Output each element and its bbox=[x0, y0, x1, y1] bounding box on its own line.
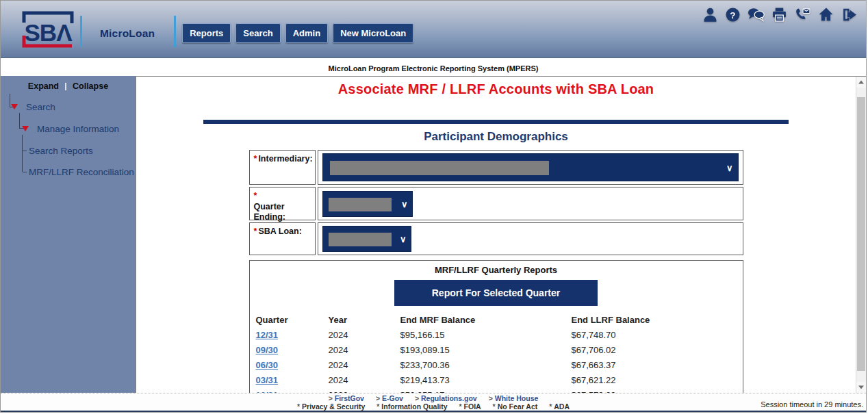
table-row-quarter-cell: 12/31 bbox=[256, 328, 329, 343]
tree-expand-arrow-search[interactable] bbox=[11, 104, 18, 109]
footer-policy-links: *Privacy & Security *Information Quality… bbox=[1, 403, 866, 411]
sidebar-item-search[interactable]: Search bbox=[26, 102, 55, 112]
chat-icon[interactable] bbox=[748, 7, 765, 23]
footer-link-foia[interactable]: *FOIA bbox=[459, 403, 481, 411]
tree-line bbox=[22, 135, 23, 172]
quarter-ending-select[interactable]: ∨ bbox=[322, 191, 413, 217]
table-row-quarter-cell: 06/30 bbox=[256, 358, 329, 373]
quarterly-reports-title: MRF/LLRF Quarterly Reports bbox=[250, 265, 743, 275]
nav-reports-button[interactable]: Reports bbox=[182, 23, 231, 43]
table-row-llrf-cell: $67,621.22 bbox=[572, 373, 743, 388]
section-title: Participant Demographics bbox=[136, 130, 856, 144]
quarter-ending-row: * Quarter Ending: ∨ bbox=[249, 187, 743, 220]
nav-search-button[interactable]: Search bbox=[235, 23, 280, 43]
quarter-ending-field-cell: ∨ bbox=[318, 187, 743, 220]
intermediary-field-cell: ∨ bbox=[318, 150, 743, 185]
quarterly-reports-panel: MRF/LLRF Quarterly Reports Report For Se… bbox=[249, 260, 743, 402]
tree-line bbox=[23, 172, 27, 172]
table-row-mrf-cell: $95,166.15 bbox=[400, 328, 572, 343]
table-row-llrf-cell: $67,706.02 bbox=[572, 343, 743, 358]
body: ExpandCollapse Search Manage Information… bbox=[1, 76, 866, 393]
table-row-mrf-cell: $233,700.36 bbox=[400, 358, 572, 373]
tree-line bbox=[23, 151, 27, 151]
vertical-scrollbar[interactable] bbox=[856, 77, 866, 393]
chevron-down-icon: ∨ bbox=[400, 235, 407, 244]
table-row-year-cell: 2024 bbox=[329, 328, 400, 343]
header-divider bbox=[80, 16, 82, 47]
tree-expand-arrow-manage-information[interactable] bbox=[22, 126, 29, 131]
sidebar-item-mrf-llrf-reconciliation[interactable]: MRF/LLRF Reconciliation bbox=[29, 167, 134, 177]
sidebar: ExpandCollapse Search Manage Information… bbox=[1, 76, 136, 393]
report-for-selected-quarter-button[interactable]: Report For Selected Quarter bbox=[394, 280, 598, 306]
chevron-down-icon: ∨ bbox=[401, 199, 408, 208]
intermediary-row: *Intermediary: ∨ bbox=[249, 150, 743, 185]
user-icon[interactable] bbox=[702, 7, 718, 23]
table-row-year-cell: 2024 bbox=[329, 343, 400, 358]
redacted-value bbox=[329, 233, 392, 246]
table-row-mrf-cell: $219,413.73 bbox=[400, 373, 572, 388]
demographics-form: *Intermediary: ∨ * Quarter Ending: bbox=[249, 150, 743, 402]
sba-loan-field-cell: ∨ bbox=[318, 222, 743, 255]
collapse-link[interactable]: Collapse bbox=[73, 81, 108, 91]
table-row-year-cell: 2024 bbox=[329, 373, 400, 388]
svg-text:?: ? bbox=[730, 10, 735, 21]
print-icon[interactable] bbox=[771, 7, 787, 23]
sba-logo: SBΛ bbox=[14, 7, 80, 52]
section-divider-bar bbox=[203, 120, 789, 124]
footer-link-privacy[interactable]: *Privacy & Security bbox=[297, 403, 365, 411]
column-header-quarter: Quarter bbox=[256, 313, 329, 328]
table-row-mrf-cell: $193,089.15 bbox=[400, 343, 572, 358]
svg-text:SBΛ: SBΛ bbox=[25, 19, 73, 46]
sidebar-item-search-reports[interactable]: Search Reports bbox=[29, 146, 93, 156]
required-marker: * bbox=[254, 227, 257, 236]
table-row-quarter-cell: 03/31 bbox=[256, 373, 329, 388]
footer-link-information-quality[interactable]: *Information Quality bbox=[376, 403, 447, 411]
page: SBΛ MicroLoan Reports Search Admin New M… bbox=[0, 0, 867, 413]
required-marker: * bbox=[254, 154, 257, 164]
home-icon[interactable] bbox=[818, 7, 834, 23]
logout-icon[interactable] bbox=[841, 7, 858, 23]
tree-line bbox=[10, 94, 10, 107]
nav-new-microloan-button[interactable]: New MicroLoan bbox=[333, 23, 413, 43]
quarter-link[interactable]: 12/31 bbox=[256, 330, 279, 340]
footer-link-ada[interactable]: *ADA bbox=[549, 403, 570, 411]
app-header: SBΛ MicroLoan Reports Search Admin New M… bbox=[1, 1, 866, 58]
redacted-value bbox=[330, 161, 549, 175]
bottom-border-bar bbox=[1, 411, 866, 413]
column-header-end-mrf: End MRF Balance bbox=[400, 313, 572, 328]
intermediary-select[interactable]: ∨ bbox=[322, 153, 739, 181]
scroll-up-button[interactable] bbox=[856, 77, 866, 88]
sidebar-item-manage-information[interactable]: Manage Information bbox=[37, 124, 119, 134]
chevron-down-icon: ∨ bbox=[726, 163, 733, 172]
quarter-link[interactable]: 03/31 bbox=[256, 375, 279, 385]
help-icon[interactable]: ? bbox=[725, 7, 741, 23]
sba-loan-select[interactable]: ∨ bbox=[322, 226, 411, 252]
page-title: Associate MRF / LLRF Accounts with SBA L… bbox=[136, 81, 856, 97]
quarter-link[interactable]: 06/30 bbox=[256, 360, 279, 370]
tree-line bbox=[19, 113, 20, 129]
header-icon-toolbar: ? bbox=[702, 7, 858, 23]
expand-collapse-divider bbox=[65, 83, 66, 90]
footer-link-no-fear-act[interactable]: *No Fear Act bbox=[493, 403, 538, 411]
main-content: Associate MRF / LLRF Accounts with SBA L… bbox=[136, 76, 866, 393]
contact-icon[interactable] bbox=[794, 7, 811, 23]
table-row-quarter-cell: 09/30 bbox=[256, 343, 329, 358]
column-header-year: Year bbox=[329, 313, 400, 328]
table-row-year-cell: 2024 bbox=[329, 358, 400, 373]
table-row-llrf-cell: $67,663.37 bbox=[572, 358, 743, 373]
scroll-down-button[interactable] bbox=[856, 382, 866, 393]
scrollbar-thumb[interactable] bbox=[857, 97, 865, 371]
intermediary-label: *Intermediary: bbox=[249, 150, 316, 185]
sba-loan-label: *SBA Loan: bbox=[249, 222, 316, 255]
header-divider bbox=[174, 16, 176, 47]
column-header-end-llrf: End LLRF Balance bbox=[572, 313, 743, 328]
tree-controls: ExpandCollapse bbox=[1, 76, 136, 91]
quarter-link[interactable]: 09/30 bbox=[256, 345, 279, 355]
footer: >FirstGov >E-Gov >Regulations.gov >White… bbox=[1, 393, 866, 411]
nav-admin-button[interactable]: Admin bbox=[285, 23, 328, 43]
quarterly-reports-table: Quarter Year End MRF Balance End LLRF Ba… bbox=[250, 313, 743, 402]
quarter-ending-label: * Quarter Ending: bbox=[249, 187, 316, 220]
table-row-llrf-cell: $67,748.70 bbox=[572, 328, 743, 343]
expand-link[interactable]: Expand bbox=[28, 81, 59, 91]
system-title: MicroLoan Program Electronic Reporting S… bbox=[1, 58, 866, 76]
